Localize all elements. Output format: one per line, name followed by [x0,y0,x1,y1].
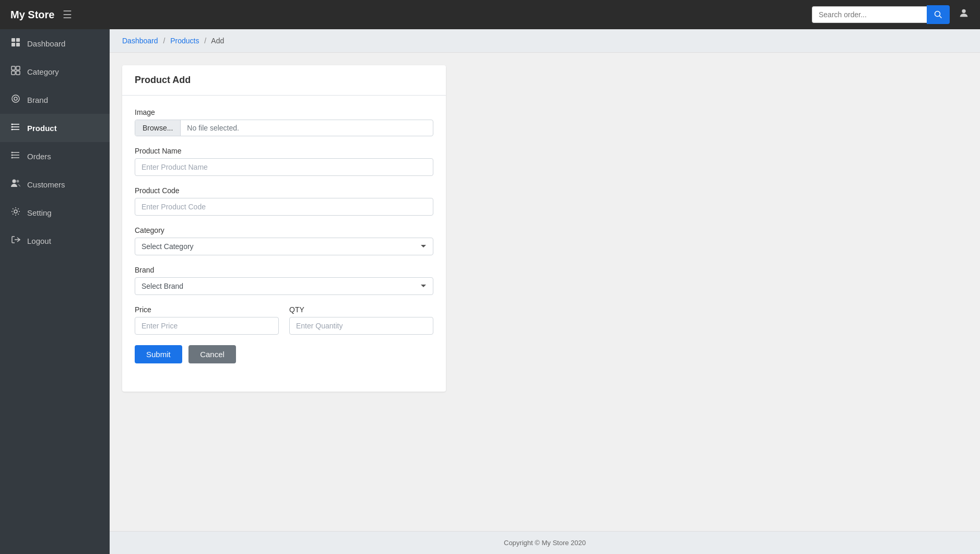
svg-point-25 [13,180,16,183]
category-group: Category Select Category [135,226,433,255]
browse-button[interactable]: Browse... [135,120,181,136]
card-body: Image Browse... No file selected. Produc… [122,96,446,376]
breadcrumb: Dashboard / Products / Add [110,29,980,53]
brand-select[interactable]: Select Brand [135,277,433,295]
sidebar-item-setting[interactable]: Setting [0,198,110,227]
category-label: Category [135,226,433,234]
svg-rect-4 [16,38,20,42]
page-footer: Copyright © My Store 2020 [110,531,980,554]
category-icon [10,66,21,77]
submit-button[interactable]: Submit [135,345,182,363]
price-label: Price [135,305,279,314]
product-name-input[interactable] [135,158,433,176]
sidebar-item-product[interactable]: Product [0,114,110,142]
brand-icon [10,94,21,105]
svg-line-1 [940,16,942,18]
svg-point-16 [11,124,13,125]
sidebar-item-label: Product [27,124,57,133]
product-name-label: Product Name [135,147,433,155]
user-icon[interactable] [958,7,970,22]
svg-point-22 [11,152,13,154]
sidebar-item-label: Dashboard [27,39,65,48]
sidebar-item-dashboard[interactable]: Dashboard [0,29,110,57]
svg-rect-9 [11,71,15,75]
sidebar-item-label: Orders [27,152,51,161]
breadcrumb-current: Add [211,37,224,45]
sidebar-item-logout[interactable]: Logout [0,227,110,255]
page-content: Product Add Image Browse... No file sele… [110,53,980,531]
svg-point-24 [11,157,13,159]
sidebar-item-label: Brand [27,96,48,104]
svg-rect-5 [11,43,15,46]
price-input[interactable] [135,317,279,335]
product-add-card: Product Add Image Browse... No file sele… [122,65,446,392]
product-code-group: Product Code [135,186,433,216]
top-navbar: My Store ☰ [0,0,980,29]
sidebar-item-label: Logout [27,237,51,245]
qty-input[interactable] [289,317,433,335]
file-name-display: No file selected. [181,120,245,136]
app-title: My Store [10,9,54,21]
layout: Dashboard Category Brand [0,29,980,554]
qty-label: QTY [289,305,433,314]
search-input[interactable] [812,6,927,23]
sidebar-item-label: Setting [27,208,52,217]
svg-point-26 [17,180,19,183]
product-name-group: Product Name [135,147,433,176]
price-qty-row: Price QTY [135,305,433,345]
svg-point-17 [11,126,13,128]
breadcrumb-sep-2: / [204,37,206,45]
svg-rect-3 [11,38,15,42]
image-field-group: Image Browse... No file selected. [135,108,433,136]
price-group: Price [135,305,279,335]
svg-point-11 [12,95,19,102]
dashboard-icon [10,38,21,49]
brand-label: Brand [135,266,433,274]
orders-icon [10,150,21,162]
breadcrumb-sep-1: / [163,37,165,45]
search-icon [934,10,942,19]
product-icon [10,122,21,134]
image-label: Image [135,108,433,116]
sidebar-item-category[interactable]: Category [0,57,110,86]
main-content: Dashboard / Products / Add Product Add I… [110,29,980,554]
svg-rect-8 [16,66,20,70]
svg-point-12 [14,97,17,100]
logout-icon [10,235,21,246]
breadcrumb-dashboard[interactable]: Dashboard [122,37,158,45]
svg-point-18 [11,129,13,131]
svg-point-23 [11,155,13,156]
category-select[interactable]: Select Category [135,238,433,255]
sidebar: Dashboard Category Brand [0,29,110,554]
sidebar-item-brand[interactable]: Brand [0,86,110,114]
svg-point-27 [14,210,17,213]
sidebar-item-label: Customers [27,180,65,189]
customers-icon [10,179,21,190]
setting-icon [10,207,21,218]
svg-point-2 [962,9,965,13]
hamburger-icon[interactable]: ☰ [63,8,72,21]
breadcrumb-products[interactable]: Products [170,37,199,45]
brand-group: Brand Select Brand [135,266,433,295]
search-button[interactable] [927,5,950,24]
footer-text: Copyright © My Store 2020 [504,539,586,547]
card-title: Product Add [122,65,446,96]
cancel-button[interactable]: Cancel [188,345,236,363]
product-code-label: Product Code [135,186,433,195]
svg-rect-6 [16,43,20,46]
sidebar-item-customers[interactable]: Customers [0,170,110,198]
svg-rect-10 [16,71,20,75]
file-input-wrapper: Browse... No file selected. [135,120,433,136]
form-actions: Submit Cancel [135,345,433,363]
qty-group: QTY [289,305,433,335]
product-code-input[interactable] [135,198,433,216]
sidebar-item-label: Category [27,67,59,76]
sidebar-item-orders[interactable]: Orders [0,142,110,170]
search-wrapper [812,5,950,24]
svg-rect-7 [11,66,15,70]
